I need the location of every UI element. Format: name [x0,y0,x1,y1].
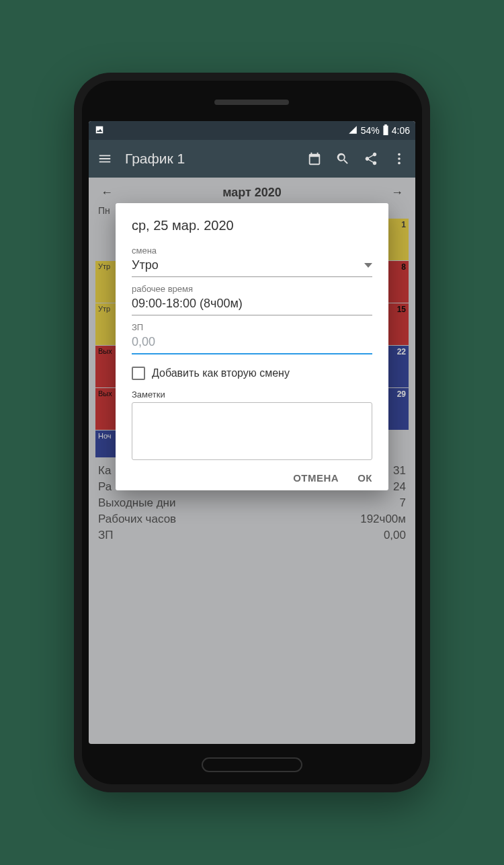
shift-label: смена [132,246,372,256]
checkbox-label: Добавить как вторую смену [152,367,290,379]
hamburger-menu-icon[interactable] [97,151,113,166]
second-shift-checkbox-row[interactable]: Добавить как вторую смену [132,367,372,380]
clock-label: 4:06 [392,125,410,136]
share-icon[interactable] [363,151,379,166]
svg-point-1 [398,157,401,160]
more-menu-icon[interactable] [391,151,407,166]
signal-icon [347,125,358,137]
phone-frame: 54% 4:06 График 1 [74,73,430,792]
shift-dropdown[interactable]: Утро [132,256,372,277]
calendar-icon[interactable] [306,151,323,166]
notes-input[interactable] [132,402,372,460]
svg-point-2 [398,162,401,165]
home-button-outline [202,757,302,772]
worktime-field[interactable]: 09:00-18:00 (8ч00м) [132,294,372,315]
edit-shift-dialog: ср, 25 мар. 2020 смена Утро рабочее врем… [116,203,388,490]
salary-input[interactable] [132,332,372,354]
svg-point-0 [398,153,401,156]
battery-label: 54% [361,125,380,136]
status-bar: 54% 4:06 [89,121,415,140]
app-bar: График 1 [89,140,415,178]
worktime-value: 09:00-18:00 (8ч00м) [132,297,243,311]
dialog-title: ср, 25 мар. 2020 [132,218,372,233]
image-icon [94,125,105,137]
chevron-down-icon [364,263,372,268]
cancel-button[interactable]: ОТМЕНА [293,472,339,484]
worktime-label: рабочее время [132,284,372,294]
checkbox-icon[interactable] [132,367,145,380]
shift-value: Утро [132,258,159,272]
phone-inner: 54% 4:06 График 1 [82,81,422,784]
app-title: График 1 [125,151,294,167]
battery-icon [382,124,389,137]
salary-label: ЗП [132,322,372,332]
notes-label: Заметки [132,389,372,400]
search-icon[interactable] [335,151,351,166]
speaker-grille [215,100,289,105]
screen: 54% 4:06 График 1 [89,121,415,744]
ok-button[interactable]: ОК [358,472,372,484]
